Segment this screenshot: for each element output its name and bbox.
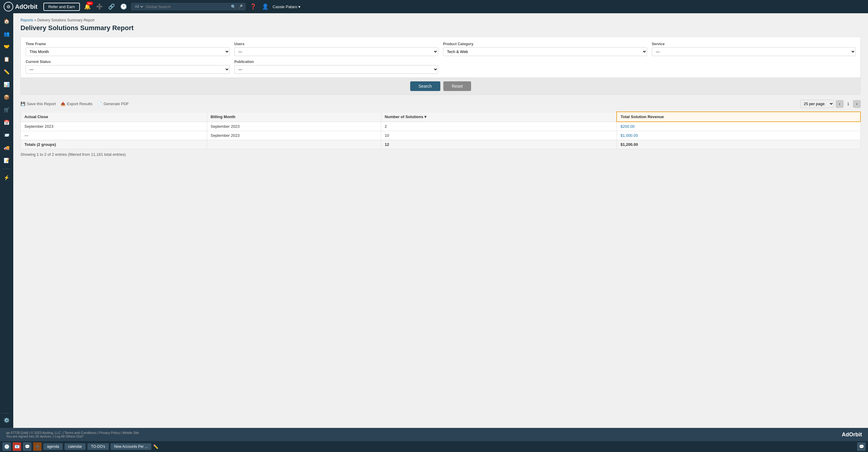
refer-earn-button[interactable]: Refer and Earn — [43, 3, 80, 11]
product-category-label: Product Category — [443, 42, 647, 46]
revenue-link-2[interactable]: $1,000.00 — [621, 133, 638, 138]
users-select[interactable]: — — [235, 47, 438, 56]
page-title: Delivery Solutions Summary Report — [21, 24, 861, 32]
cell-totals-solutions: 12 — [381, 140, 617, 149]
search-scope-dropdown[interactable]: All — [134, 4, 144, 9]
filter-placeholder-1 — [443, 60, 647, 74]
sidebar-item-mail[interactable]: 📨 — [1, 130, 12, 140]
taskbar-plus-icon[interactable]: ➕ — [33, 442, 41, 451]
sidebar-item-products[interactable]: 📦 — [1, 92, 12, 102]
product-category-select[interactable]: Tech & Web — [443, 47, 647, 56]
cell-billing-month-2: September 2023 — [207, 131, 381, 140]
user-menu-button[interactable]: Cassie Pataro ▾ — [273, 4, 301, 9]
results-table: Actual Close Billing Month Number of Sol… — [21, 111, 861, 149]
save-report-label: Save this Report — [27, 102, 56, 106]
taskbar-tab-new-accounts[interactable]: New Accounts Per ... — [111, 443, 151, 450]
users-label: Users — [235, 42, 438, 46]
history-icon[interactable]: 🕐 — [119, 3, 128, 10]
app-name: AdOrbit — [15, 3, 37, 10]
global-search-bar: All 🔍 🎤 — [131, 3, 246, 10]
log-out-link[interactable]: Log All Others Out? — [55, 434, 84, 438]
taskbar-tab-todos[interactable]: TO-DO's — [87, 443, 109, 450]
user-name: Cassie Pataro — [273, 4, 298, 9]
sidebar-item-accounts[interactable]: 📋 — [1, 54, 12, 64]
col-num-solutions[interactable]: Number of Solutions ▾ — [381, 112, 617, 122]
voice-search-button[interactable]: 🎤 — [238, 4, 243, 9]
sidebar-item-settings[interactable]: ⚙️ — [1, 415, 12, 425]
filter-panel: Time Frame This Month Last Month This Qu… — [21, 37, 861, 95]
breadcrumb-reports-link[interactable]: Reports — [21, 18, 33, 22]
footer-devices-text: You are signed into 25 devices. | — [6, 434, 54, 438]
terms-link[interactable]: Terms and Conditions — [64, 431, 96, 434]
search-button[interactable]: Search — [410, 82, 440, 91]
current-status-label: Current Status — [26, 60, 230, 64]
col-total-revenue: Total Solution Revenue — [617, 112, 861, 122]
time-frame-select[interactable]: This Month Last Month This Quarter Custo… — [26, 47, 230, 56]
taskbar-chat-button[interactable]: 💬 — [857, 442, 866, 451]
top-nav: ⊙ AdOrbit Refer and Earn 🔔 99+ ➕ 🔗 🕐 All… — [0, 0, 868, 13]
showing-entries-text: Showing 1 to 2 of 2 entries (filtered fr… — [21, 152, 861, 157]
taskbar: 🕐 📧 💬 ➕ agenda calendar TO-DO's New Acco… — [0, 441, 868, 452]
product-category-filter: Product Category Tech & Web — [443, 42, 647, 56]
link-icon[interactable]: 🔗 — [107, 3, 116, 10]
search-button[interactable]: 🔍 — [231, 4, 236, 9]
filter-placeholder-2 — [652, 60, 856, 74]
user-profile-icon[interactable]: 👤 — [261, 3, 270, 10]
per-page-select[interactable]: 25 per page 10 per page 50 per page 100 … — [801, 100, 834, 108]
taskbar-tab-calendar[interactable]: calendar — [64, 443, 86, 450]
col-actual-close: Actual Close — [21, 112, 207, 122]
notifications-icon[interactable]: 🔔 99+ — [83, 3, 92, 10]
service-label: Service — [652, 42, 856, 46]
cell-num-solutions-2: 10 — [381, 131, 617, 140]
mobile-link[interactable]: Mobile Site — [123, 431, 139, 434]
sidebar-item-contacts[interactable]: 👥 — [1, 28, 12, 39]
save-report-icon: 💾 — [21, 102, 25, 106]
sidebar-item-delivery[interactable]: 🚚 — [1, 142, 12, 153]
cell-num-solutions-1: 2 — [381, 122, 617, 131]
sidebar-item-deals[interactable]: 🤝 — [1, 41, 12, 52]
sidebar-item-integrations[interactable]: ⚡ — [1, 172, 12, 183]
cell-totals-billing — [207, 140, 381, 149]
save-report-button[interactable]: 💾 Save this Report — [21, 102, 56, 106]
taskbar-edit-button[interactable]: ✏️ — [153, 444, 158, 449]
sidebar-item-cart[interactable]: 🛒 — [1, 104, 12, 115]
sidebar-item-reports[interactable]: 📊 — [1, 79, 12, 90]
taskbar-mail-icon[interactable]: 📧 — [13, 442, 21, 451]
cell-actual-close-2: — — [21, 131, 207, 140]
footer-company-info: qa 67720 [1dd] | © 2023 Aysling, LLC. | … — [6, 431, 139, 434]
sidenav-divider — [2, 169, 11, 169]
sort-icon: ▾ — [424, 115, 427, 119]
publication-select[interactable]: — — [235, 65, 438, 74]
reset-button[interactable]: Reset — [443, 82, 471, 91]
help-icon[interactable]: ❓ — [249, 3, 258, 10]
global-search-input[interactable] — [146, 4, 229, 9]
add-icon[interactable]: ➕ — [95, 3, 104, 10]
service-select[interactable]: — — [652, 47, 856, 56]
revenue-link-1[interactable]: $200.00 — [621, 124, 635, 129]
taskbar-chat-icon[interactable]: 💬 — [23, 442, 31, 451]
app-logo[interactable]: ⊙ AdOrbit — [4, 2, 37, 11]
sidebar-item-orders[interactable]: ✏️ — [1, 66, 12, 77]
generate-pdf-button[interactable]: 📄 Generate PDF — [97, 102, 129, 106]
breadcrumb-separator: » — [34, 18, 37, 22]
sidebar-item-calendar[interactable]: 📅 — [1, 117, 12, 128]
publication-label: Publication — [235, 60, 438, 64]
pdf-label: Generate PDF — [104, 102, 129, 106]
next-page-button[interactable]: › — [853, 100, 861, 108]
privacy-link[interactable]: Privacy Policy — [99, 431, 120, 434]
current-status-select[interactable]: — — [26, 65, 230, 74]
sidebar-item-home[interactable]: 🏠 — [1, 16, 12, 27]
table-header-row: Actual Close Billing Month Number of Sol… — [21, 112, 861, 122]
current-page-number: 1 — [845, 102, 851, 106]
taskbar-tab-agenda[interactable]: agenda — [43, 443, 63, 450]
toolbar-right: 25 per page 10 per page 50 per page 100 … — [801, 100, 861, 108]
pdf-icon: 📄 — [97, 102, 102, 106]
notification-badge: 99+ — [87, 1, 93, 5]
prev-page-button[interactable]: ‹ — [836, 100, 844, 108]
time-frame-label: Time Frame — [26, 42, 230, 46]
export-results-button[interactable]: 📤 Export Results — [61, 102, 93, 106]
taskbar-clock-icon[interactable]: 🕐 — [2, 442, 11, 451]
sidebar-item-documents[interactable]: 📝 — [1, 155, 12, 166]
cell-totals-label: Totals (2 groups) — [21, 140, 207, 149]
side-nav: 🏠 👥 🤝 📋 ✏️ 📊 📦 🛒 📅 📨 🚚 📝 ⚡ ⚙️ — [0, 13, 13, 428]
